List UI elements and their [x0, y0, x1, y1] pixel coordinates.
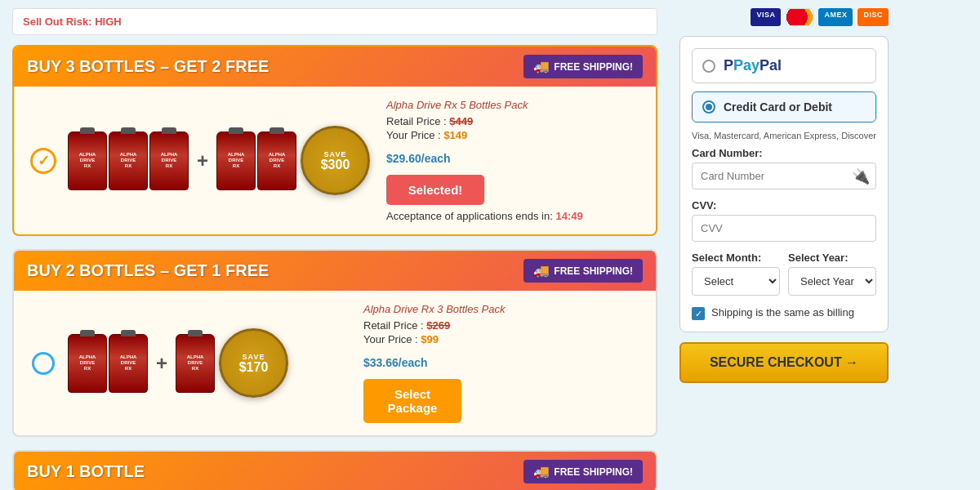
bottle-2: ALPHADRIVERX [109, 131, 148, 190]
bottle-3: ALPHADRIVERX [149, 131, 189, 190]
save-text-3bottle: SAVE [243, 353, 265, 361]
unit-price-3bottle: $33.66/each [363, 349, 643, 372]
check-mark-5bottle: ✓ [30, 148, 56, 174]
mastercard-icon [786, 8, 813, 26]
package-title-5bottle: BUY 3 BOTTLES – GET 2 FREE [27, 57, 269, 76]
year-select[interactable]: Select Year 202420252026 202720282029203… [788, 267, 876, 296]
package-body-3bottle: ALPHADRIVERX ALPHADRIVERX + ALPHADRIVERX… [14, 291, 656, 435]
bottle-4: ALPHADRIVERX [216, 131, 256, 190]
shipping-label: Shipping is the same as billing [711, 305, 854, 320]
credit-card-label: Credit Card or Debit [724, 100, 832, 114]
card-number-input[interactable] [692, 163, 876, 189]
credit-card-radio[interactable] [702, 100, 715, 114]
retail-price-5bottle: Retail Price : $449 [386, 115, 643, 127]
bottle-5: ALPHADRIVERX [257, 131, 296, 190]
sell-out-level: HIGH [95, 16, 122, 28]
month-label: Select Month: [692, 252, 780, 264]
buy-now-button[interactable]: SECURE CHECKOUT → [679, 342, 889, 383]
year-col: Select Year: Select Year 202420252026 20… [788, 252, 876, 296]
package-header-1bottle: BUY 1 BOTTLE 🚚 FREE SHIPPING! [14, 452, 656, 490]
retail-price-val-3bottle: $269 [426, 319, 450, 332]
visa-icon: VISA [751, 8, 781, 26]
free-shipping-badge-3bottle: 🚚 FREE SHIPPING! [523, 259, 643, 283]
countdown-time-5bottle: 14:49 [555, 210, 582, 222]
bottles-area-3bottle: ALPHADRIVERX ALPHADRIVERX + ALPHADRIVERX… [68, 328, 347, 398]
shipping-checkbox[interactable]: ✓ [692, 307, 705, 320]
select-button-5bottle[interactable]: Selected! [386, 175, 484, 205]
shipping-truck-icon-3: 🚚 [533, 464, 550, 479]
bottles-area-5bottle: ALPHADRIVERX ALPHADRIVERX ALPHADRIVERX +… [68, 126, 370, 195]
card-number-wrapper: 🔌 [692, 163, 876, 189]
credit-card-option[interactable]: Credit Card or Debit [692, 91, 876, 122]
pack-name-5bottle: Alpha Drive Rx 5 Bottles Pack [386, 99, 643, 111]
package-header-5bottle: BUY 3 BOTTLES – GET 2 FREE 🚚 FREE SHIPPI… [14, 47, 656, 87]
save-amount-3bottle: $170 [239, 361, 269, 374]
radio-circle-3bottle [32, 352, 55, 375]
bottle-group-main-3bottle: ALPHADRIVERX ALPHADRIVERX [68, 334, 148, 393]
your-price-3bottle: Your Price : $99 [363, 333, 643, 345]
save-text-5bottle: SAVE [324, 150, 347, 158]
main-content: Sell Out Risk: HIGH BUY 3 BOTTLES – GET … [0, 0, 670, 490]
shipping-truck-icon: 🚚 [533, 59, 550, 74]
free-shipping-badge-5bottle: 🚚 FREE SHIPPING! [523, 55, 643, 78]
cc-accepted-text: Visa, Mastercard, American Express, Disc… [692, 131, 876, 140]
plus-sign-3bottle: + [156, 352, 167, 375]
package-check-3bottle [27, 352, 60, 375]
bottle-group-free-3bottle: ALPHADRIVERX [176, 334, 215, 393]
paypal-logo: PPayPal [724, 57, 782, 74]
save-badge-5bottle: SAVE $300 [301, 126, 370, 195]
cvv-field: CVV: [692, 199, 876, 242]
package-header-3bottle: BUY 2 BOTTLES – GET 1 FREE 🚚 FREE SHIPPI… [14, 251, 656, 291]
package-check-5bottle: ✓ [27, 148, 60, 174]
retail-price-3bottle: Retail Price : $269 [363, 319, 643, 332]
cvv-label: CVV: [692, 199, 876, 212]
cvv-input[interactable] [692, 215, 876, 242]
package-card-1bottle: BUY 1 BOTTLE 🚚 FREE SHIPPING! [12, 450, 657, 490]
card-number-label: Card Number: [692, 147, 876, 159]
your-price-val-5bottle: $149 [443, 129, 467, 141]
your-price-val-3bottle: $99 [421, 333, 439, 345]
sell-out-risk-bar: Sell Out Risk: HIGH [12, 8, 657, 35]
sell-out-label: Sell Out Risk: [23, 16, 92, 28]
package-card-3bottle: BUY 2 BOTTLES – GET 1 FREE 🚚 FREE SHIPPI… [12, 249, 657, 437]
month-select[interactable]: Select JanuaryFebruaryMarch AprilMayJune… [692, 267, 780, 296]
unit-price-5bottle: $29.60/each [386, 145, 643, 167]
bottle-group-main-5bottle: ALPHADRIVERX ALPHADRIVERX ALPHADRIVERX [68, 131, 189, 190]
bottle-1: ALPHADRIVERX [68, 131, 107, 190]
package-info-5bottle: Alpha Drive Rx 5 Bottles Pack Retail Pri… [378, 99, 643, 222]
expiry-row: Select Month: Select JanuaryFebruaryMarc… [692, 252, 876, 296]
card-chip-icon: 🔌 [852, 167, 870, 185]
shipping-truck-icon-2: 🚚 [533, 263, 550, 278]
discover-icon: DISC [858, 8, 889, 26]
paypal-radio[interactable] [702, 60, 715, 73]
amex-icon: AMEX [818, 8, 853, 26]
save-badge-3bottle: SAVE $170 [219, 328, 288, 398]
paypal-option[interactable]: PPayPal [692, 48, 876, 83]
save-amount-5bottle: $300 [321, 158, 350, 172]
your-price-5bottle: Your Price : $149 [386, 129, 643, 141]
shipping-same-row: ✓ Shipping is the same as billing [692, 305, 876, 320]
payment-icons-row: VISA AMEX DISC [679, 8, 889, 26]
plus-sign-5bottle: + [197, 149, 208, 172]
free-shipping-badge-1bottle: 🚚 FREE SHIPPING! [523, 460, 643, 483]
bottle-3b-2: ALPHADRIVERX [109, 334, 148, 393]
package-info-3bottle: Alpha Drive Rx 3 Bottles Pack Retail Pri… [355, 303, 643, 423]
bottle-3b-3: ALPHADRIVERX [176, 334, 215, 393]
year-label: Select Year: [788, 252, 876, 264]
countdown-5bottle: Acceptance of applications ends in: 14:4… [386, 210, 643, 222]
package-body-5bottle: ✓ ALPHADRIVERX ALPHADRIVERX ALPHADRIVERX… [14, 87, 656, 234]
bottle-group-free-5bottle: ALPHADRIVERX ALPHADRIVERX [216, 131, 296, 190]
bottle-3b-1: ALPHADRIVERX [68, 334, 107, 393]
select-button-3bottle[interactable]: Select Package [363, 379, 461, 423]
sidebar: VISA AMEX DISC PPayPal Credit Card or De… [670, 0, 898, 490]
payment-section: PPayPal Credit Card or Debit Visa, Maste… [679, 36, 889, 332]
month-col: Select Month: Select JanuaryFebruaryMarc… [692, 252, 780, 296]
package-card-5bottle: BUY 3 BOTTLES – GET 2 FREE 🚚 FREE SHIPPI… [12, 45, 657, 236]
pack-name-3bottle: Alpha Drive Rx 3 Bottles Pack [363, 303, 643, 315]
retail-price-val-5bottle: $449 [449, 115, 473, 127]
package-title-3bottle: BUY 2 BOTTLES – GET 1 FREE [27, 261, 269, 280]
package-title-1bottle: BUY 1 BOTTLE [27, 462, 145, 481]
card-number-field: Card Number: 🔌 [692, 147, 876, 189]
